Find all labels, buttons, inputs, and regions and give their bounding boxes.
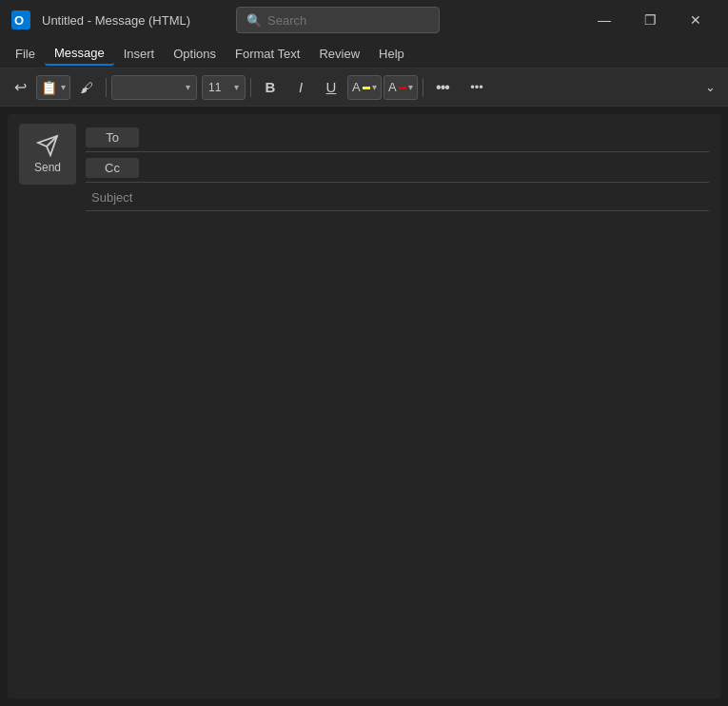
title-bar: O Untitled - Message (HTML) 🔍 — ❐ ✕ [0,0,728,40]
menu-message[interactable]: Message [45,42,114,66]
underline-button[interactable]: U [317,74,345,101]
toolbar-overflow-button[interactable]: ••• [462,74,491,101]
send-button[interactable]: Send [19,124,76,185]
send-label: Send [34,161,61,174]
compose-header: Send To Cc Subject [8,114,720,221]
to-row: To [86,124,709,152]
menu-options[interactable]: Options [164,43,226,65]
maximize-button[interactable]: ❐ [629,7,671,33]
font-size-dropdown[interactable]: 11 ▾ [202,75,246,100]
app-icon: O [11,10,30,29]
clipboard-dropdown[interactable]: 📋 ▾ [36,75,70,100]
subject-row: Subject [86,185,709,211]
menu-bar: File Message Insert Options Format Text … [0,40,728,69]
italic-button[interactable]: I [286,74,315,101]
font-size-chevron: ▾ [234,82,239,92]
undo-button[interactable]: ↩ [6,74,34,101]
cc-input[interactable] [143,159,709,177]
menu-help[interactable]: Help [369,43,414,65]
search-input[interactable] [267,13,401,28]
window-controls: — ❐ ✕ [583,7,717,33]
highlight-dropdown[interactable]: A ▾ [347,75,382,100]
send-icon [36,134,59,157]
message-body[interactable] [8,221,720,698]
compose-area: Send To Cc Subject [8,114,720,698]
clipboard-icon: 📋 [41,80,57,95]
menu-review[interactable]: Review [309,43,369,65]
to-input[interactable] [143,128,709,147]
more-options-button[interactable]: ••• [428,74,457,101]
font-color-icon: A [388,80,397,94]
search-icon: 🔍 [246,13,262,28]
search-box[interactable]: 🔍 [236,7,440,33]
to-button[interactable]: To [86,127,139,147]
bold-button[interactable]: B [256,74,285,101]
title-text: Untitled - Message (HTML) [42,13,190,28]
expand-ribbon-button[interactable]: ⌄ [696,74,724,101]
font-size-value: 11 [208,81,230,94]
font-color-dropdown[interactable]: A ▾ [384,75,418,100]
highlight-chevron: ▾ [372,82,377,92]
font-name-chevron: ▾ [186,82,190,92]
menu-format-text[interactable]: Format Text [226,43,309,65]
svg-text:O: O [14,13,24,28]
close-button[interactable]: ✕ [675,7,717,33]
minimize-button[interactable]: — [583,7,625,33]
paste-format-button[interactable]: 🖌 [72,74,101,101]
cc-row: Cc [86,154,709,183]
toolbar-sep-2 [250,78,251,97]
cc-button[interactable]: Cc [86,158,139,178]
toolbar-sep-1 [106,78,107,97]
font-color-chevron: ▾ [408,82,413,92]
fields-container: To Cc Subject [86,124,709,211]
subject-label: Subject [91,190,132,205]
highlight-icon: A [352,80,361,94]
clipboard-chevron: ▾ [61,82,66,92]
menu-file[interactable]: File [6,43,45,65]
menu-insert[interactable]: Insert [114,43,165,65]
subject-input[interactable] [138,190,703,205]
font-name-dropdown[interactable]: ▾ [111,75,197,100]
toolbar-sep-3 [423,78,423,97]
toolbar: ↩ 📋 ▾ 🖌 ▾ 11 ▾ B I U A ▾ A ▾ ••• ••• ⌄ [0,69,728,107]
